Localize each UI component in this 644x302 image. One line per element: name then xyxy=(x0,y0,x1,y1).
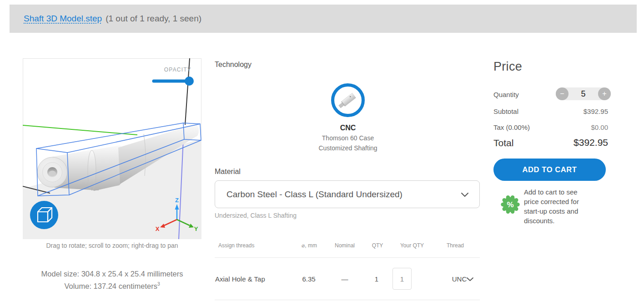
viewer-canvas: OPACITY Z X xyxy=(23,58,201,239)
discount-percent-icon: % xyxy=(500,194,521,215)
material-selected-value: Carbon Steel - Class L (Standard Undersi… xyxy=(226,181,402,208)
axis-z-label: Z xyxy=(175,197,179,204)
subtotal-label: Subtotal xyxy=(493,107,518,115)
cnc-technology-icon xyxy=(330,82,366,118)
subtotal-value: $392.95 xyxy=(546,107,608,115)
viewer-3d[interactable]: OPACITY Z X xyxy=(23,58,201,239)
price-title: Price xyxy=(493,60,522,74)
technology-option-cnc[interactable]: CNC Thomson 60 Case Customized Shafting xyxy=(302,82,393,152)
technology-name: CNC xyxy=(302,124,393,132)
tax-label: Tax (0.00%) xyxy=(493,123,530,131)
volume-exponent: 3 xyxy=(157,282,160,287)
thread-diameter: 6.35 xyxy=(302,275,315,283)
col-header-thread: Thread xyxy=(447,242,464,249)
technology-detail-2: Customized Shafting xyxy=(302,144,393,152)
chevron-down-icon xyxy=(461,193,468,197)
quantity-stepper: − 5 + xyxy=(556,87,611,100)
your-qty-input[interactable] xyxy=(392,268,412,290)
material-select[interactable]: Carbon Steel - Class L (Standard Undersi… xyxy=(215,180,480,208)
model-volume: Volume: 137.24 centimeters3 xyxy=(6,282,218,291)
thread-type-value: UNC xyxy=(452,275,467,283)
reset-view-button[interactable] xyxy=(30,201,58,229)
discount-note: Add to cart to see price corrected for s… xyxy=(524,187,592,225)
thread-type-select[interactable]: UNC xyxy=(437,273,482,285)
total-value: $392.95 xyxy=(537,137,608,148)
axis-y-label: Y xyxy=(194,225,198,232)
material-label: Material xyxy=(215,168,241,176)
quantity-label: Quantity xyxy=(493,91,519,98)
percent-glyph: % xyxy=(507,200,513,209)
opacity-label: OPACITY xyxy=(164,67,191,73)
total-label: Total xyxy=(493,138,513,148)
file-link[interactable]: Shaft 3D Model.step xyxy=(24,14,102,24)
technology-label: Technology xyxy=(215,61,252,69)
col-header-qty: QTY xyxy=(372,242,383,249)
table-divider-bottom xyxy=(215,300,480,300)
material-description: Undersized, Class L Shafting xyxy=(215,212,297,219)
col-header-nominal: Nominal xyxy=(335,242,355,249)
chevron-down-icon xyxy=(467,277,473,282)
viewer-hint: Drag to rotate; scroll to zoom; right-dr… xyxy=(23,242,201,249)
quantity-increase-button[interactable]: + xyxy=(598,87,611,100)
col-header-diameter: ⌀, mm xyxy=(302,242,317,249)
technology-detail-1: Thomson 60 Case xyxy=(302,134,393,142)
col-header-your-qty: Your QTY xyxy=(400,242,424,249)
file-status-bar: Shaft 3D Model.step (1 out of 1 ready, 1… xyxy=(10,5,637,33)
volume-text: Volume: 137.24 centimeters xyxy=(64,282,157,290)
thread-qty: 1 xyxy=(375,275,378,283)
file-status: (1 out of 1 ready, 1 seen) xyxy=(106,14,201,24)
add-to-cart-button[interactable]: ADD TO CART xyxy=(493,159,606,181)
quote-page: Shaft 3D Model.step (1 out of 1 ready, 1… xyxy=(0,0,644,302)
model-size: Model size: 304.8 x 25.4 x 25.4 millimet… xyxy=(6,270,218,278)
opacity-slider-handle[interactable] xyxy=(185,77,194,86)
table-divider-top xyxy=(215,257,480,258)
col-header-assign-threads: Assign threads xyxy=(218,242,254,249)
thread-feature: Axial Hole & Tap xyxy=(215,275,265,283)
tax-value: $0.00 xyxy=(546,123,608,131)
axis-x-label: X xyxy=(156,225,160,232)
thread-nominal: — xyxy=(342,275,348,283)
